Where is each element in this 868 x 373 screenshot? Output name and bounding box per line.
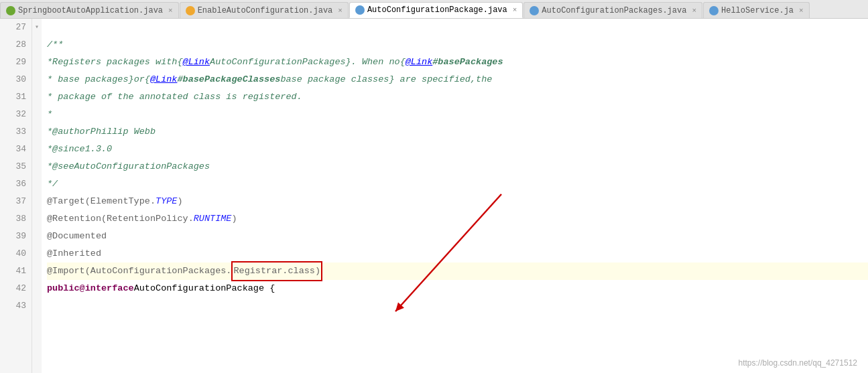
code-token: AutoConfigurationPackages: [74, 158, 210, 175]
tab-label: HelloService.ja: [721, 6, 794, 15]
code-token: {: [177, 54, 182, 71]
code-line: @Import(AutoConfigurationPackages.Regist…: [47, 263, 868, 280]
line-number: 29: [0, 54, 26, 71]
line-number: 42: [0, 280, 26, 297]
code-line: [47, 297, 868, 315]
code-token: 1.3.0: [85, 141, 113, 158]
code-token: /**: [47, 36, 63, 54]
watermark: https://blog.csdn.net/qq_4271512: [739, 358, 857, 368]
code-line: * package of the annotated class is regi…: [47, 88, 868, 106]
code-token: #basePackageClasses: [177, 71, 280, 88]
code-line: @Target(ElementType.TYPE): [47, 193, 868, 210]
tab-label: AutoConfigurationPackage.java: [367, 5, 507, 15]
code-token: @Documented: [47, 228, 107, 245]
tab-EnableAutoConfiguration-java[interactable]: EnableAutoConfiguration.java×: [180, 2, 349, 18]
code-token: RUNTIME: [194, 210, 232, 228]
fold-marker[interactable]: ▾: [32, 19, 42, 36]
code-line: public @interface AutoConfigurationPacka…: [47, 280, 868, 297]
code-token: ): [231, 210, 237, 228]
code-line: * @see AutoConfigurationPackages: [47, 158, 868, 175]
code-token: #basePackages: [432, 54, 503, 71]
code-line: * @since 1.3.0: [47, 141, 868, 158]
code-token: *: [47, 123, 52, 141]
code-token: AutoConfigurationPackages}. When no: [210, 54, 400, 71]
line-number: 43: [0, 297, 26, 315]
line-number: 39: [0, 228, 26, 245]
code-line: * Registers packages with {@Link AutoCon…: [47, 54, 868, 71]
code-token: @Inherited: [47, 245, 101, 263]
code-token: @Link: [183, 54, 210, 71]
code-token: the: [476, 71, 492, 88]
line-number: 36: [0, 175, 26, 193]
code-line: /**: [47, 36, 868, 54]
code-token: * base packages}: [47, 71, 134, 88]
line-number: 27: [0, 19, 26, 36]
code-token: @Target(ElementType.: [47, 193, 156, 210]
code-token: @see: [52, 158, 74, 175]
code-token: @interface: [80, 280, 134, 297]
service-icon: [709, 6, 719, 15]
code-token: Phillip Webb: [90, 123, 156, 141]
code-line: @Retention(RetentionPolicy.RUNTIME): [47, 210, 868, 228]
code-token: *: [47, 54, 52, 71]
code-token: *: [47, 106, 52, 123]
code-token: @author: [52, 123, 90, 141]
tab-close-icon[interactable]: ×: [168, 7, 173, 15]
code-token: @Link: [406, 54, 433, 71]
code-token: base package classes} are specified,: [280, 71, 476, 88]
code-area: /** * Registers packages with {@Link Aut…: [42, 19, 868, 373]
tab-close-icon[interactable]: ×: [513, 6, 517, 14]
line-number: 30: [0, 71, 26, 88]
code-token: Registers packages with: [52, 54, 177, 71]
line-number: 33: [0, 123, 26, 141]
line-number: 31: [0, 88, 26, 106]
line-number: 35: [0, 158, 26, 175]
code-token: TYPE: [156, 193, 177, 210]
line-number: 32: [0, 106, 26, 123]
code-line: [47, 19, 868, 36]
code-token: * package of the annotated class is regi…: [47, 88, 302, 106]
code-token: AutoConfigurationPackage {: [134, 280, 275, 297]
line-number: 40: [0, 245, 26, 263]
tab-close-icon[interactable]: ×: [692, 7, 696, 15]
java-icon: [530, 6, 539, 15]
tab-label: SpringbootAutoApplication.java: [18, 6, 163, 15]
code-line: */: [47, 175, 868, 193]
code-token: or: [134, 71, 145, 88]
code-token: *: [47, 158, 52, 175]
code-token: {: [400, 54, 406, 71]
tab-close-icon[interactable]: ×: [799, 7, 804, 15]
highlighted-registrar: Registrar.class): [231, 261, 322, 281]
line-number: 34: [0, 141, 26, 158]
code-line: @Inherited: [47, 245, 868, 263]
java-icon: [355, 5, 365, 15]
editor-area: 2728293031323334353637383940414243 ▾ /**…: [0, 19, 868, 373]
tab-AutoConfigurationPackage-java[interactable]: AutoConfigurationPackage.java×: [349, 2, 523, 18]
code-line: * @author Phillip Webb: [47, 123, 868, 141]
tab-bar: SpringbootAutoApplication.java×EnableAut…: [0, 0, 868, 19]
code-token: ): [177, 193, 182, 210]
code-token: @since: [52, 141, 85, 158]
line-number: 28: [0, 36, 26, 54]
fold-gutter: ▾: [32, 19, 42, 373]
line-number: 41: [0, 263, 26, 280]
tab-SpringbootAutoApplication-java[interactable]: SpringbootAutoApplication.java×: [0, 2, 179, 18]
line-number: 38: [0, 210, 26, 228]
line-number: 37: [0, 193, 26, 210]
tab-close-icon[interactable]: ×: [338, 7, 343, 15]
code-token: @Import(AutoConfigurationPackages.: [47, 263, 231, 280]
spring-icon: [6, 6, 15, 15]
code-token: @Retention(RetentionPolicy.: [47, 210, 194, 228]
line-numbers: 2728293031323334353637383940414243: [0, 19, 32, 373]
config-icon: [186, 6, 195, 15]
tab-AutoConfigurationPackages-java[interactable]: AutoConfigurationPackages.java×: [523, 2, 702, 18]
code-line: @Documented: [47, 228, 868, 245]
tab-label: EnableAutoConfiguration.java: [198, 6, 333, 15]
code-token: {: [145, 71, 150, 88]
tab-label: AutoConfigurationPackages.java: [542, 6, 686, 15]
code-token: public: [47, 280, 80, 297]
tab-HelloService-ja[interactable]: HelloService.ja×: [703, 2, 810, 18]
code-token: *: [47, 141, 52, 158]
code-token: */: [47, 175, 58, 193]
code-token: @Link: [150, 71, 178, 88]
